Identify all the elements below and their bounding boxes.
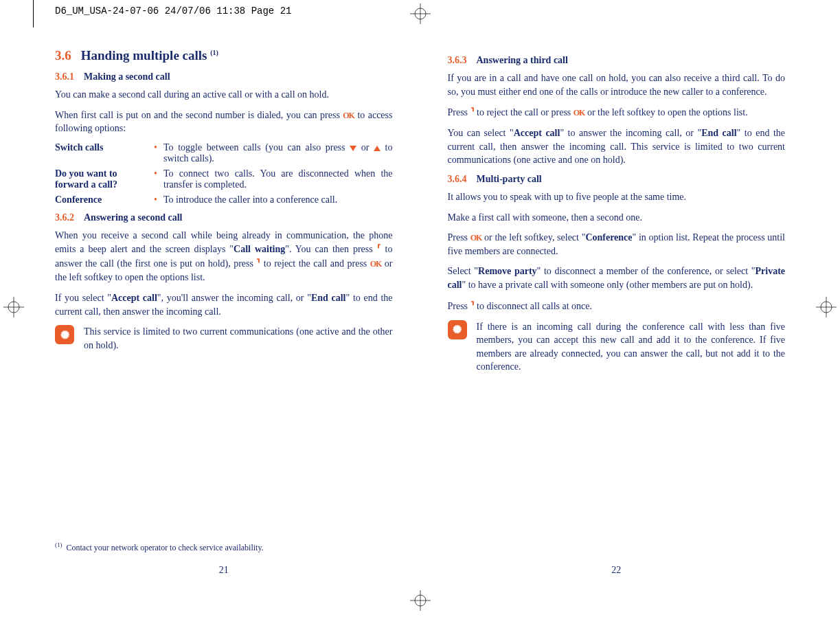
footnote: (1)Contact your network operator to chec…	[55, 527, 393, 554]
ok-icon: OK	[343, 111, 354, 120]
body-text: You can make a second call during an act…	[55, 88, 393, 102]
page-spread: 3.6Handing multiple calls (1) 3.6.1Makin…	[55, 48, 785, 576]
term-switch-calls: Switch calls	[55, 142, 151, 164]
section-heading-3-6: 3.6Handing multiple calls (1)	[55, 48, 393, 63]
body-text: It allows you to speak with up to five p…	[448, 190, 786, 204]
body-text: Press OK or the left softkey, select "Co…	[448, 231, 786, 258]
page-22: 3.6.3Answering a third call If you are i…	[448, 48, 786, 576]
crop-mark-left	[3, 297, 24, 320]
crop-hairline	[33, 0, 34, 27]
hint-text: If there is an incoming call during the …	[477, 320, 786, 374]
body-text: When you receive a second call while bei…	[55, 229, 393, 284]
subsection-3-6-1: 3.6.1Making a second call	[55, 71, 393, 82]
hint-box: ✺ This service is limited to two current…	[55, 325, 393, 352]
body-text: Press ⸣ to reject the call or press OK o…	[448, 105, 786, 120]
hint-box: ✺ If there is an incoming call during th…	[448, 320, 786, 374]
page-number-21: 21	[55, 565, 393, 576]
body-text: Make a first call with someone, then a s…	[448, 211, 786, 225]
desc-forward-call: To connect two calls. You are disconnect…	[151, 168, 393, 190]
subsection-3-6-3: 3.6.3Answering a third call	[448, 55, 786, 66]
page-number-22: 22	[448, 565, 786, 576]
bulb-icon: ✺	[448, 320, 467, 339]
body-text: Select "Remove party" to disconnect a me…	[448, 265, 786, 291]
desc-conference: To introduce the caller into a conferenc…	[151, 194, 393, 205]
crop-mark-top	[410, 3, 431, 27]
term-conference: Conference	[55, 194, 151, 205]
body-text: Press ⸣ to disconnect all calls at once.	[448, 299, 786, 313]
subsection-3-6-2: 3.6.2Answering a second call	[55, 212, 393, 223]
page-21: 3.6Handing multiple calls (1) 3.6.1Makin…	[55, 48, 393, 576]
ok-icon: OK	[370, 259, 382, 269]
ok-icon: OK	[574, 108, 585, 117]
heading-number: 3.6	[55, 48, 71, 63]
body-text: If you select "Accept call", you'll answ…	[55, 291, 393, 318]
crop-header: D6_UM_USA-24-07-06 24/07/06 11:38 Page 2…	[55, 5, 291, 16]
ok-icon: OK	[470, 233, 482, 243]
crop-mark-right	[816, 297, 837, 320]
arrow-up-icon	[374, 146, 381, 151]
body-text: You can select "Accept call" to answer t…	[448, 126, 786, 167]
body-text: If you are in a call and have one call o…	[448, 71, 786, 98]
arrow-down-icon	[350, 146, 356, 151]
term-forward-call: Do you want toforward a call?	[55, 168, 151, 190]
bulb-icon: ✺	[55, 325, 74, 344]
hint-text: This service is limited to two current c…	[84, 325, 393, 352]
definition-list: Switch calls To toggle between calls (yo…	[55, 142, 393, 205]
crop-mark-bottom	[410, 590, 431, 614]
subsection-3-6-4: 3.6.4Multi-party call	[448, 174, 786, 185]
desc-switch-calls: To toggle between calls (you can also pr…	[151, 142, 393, 164]
body-text: When first call is put on and the second…	[55, 109, 393, 135]
